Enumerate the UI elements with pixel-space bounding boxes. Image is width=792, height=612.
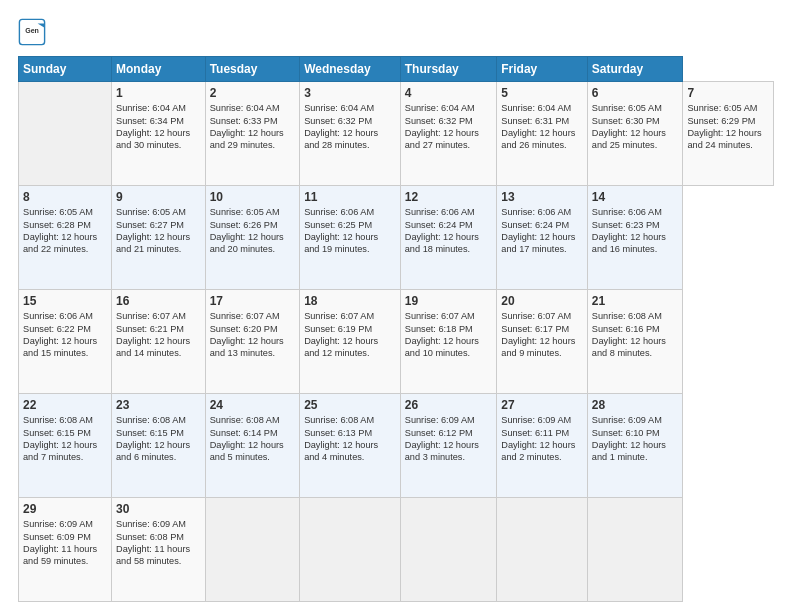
daylight: Daylight: 12 hours and 5 minutes.	[210, 440, 284, 462]
sunset: Sunset: 6:16 PM	[592, 324, 660, 334]
daylight: Daylight: 12 hours and 19 minutes.	[304, 232, 378, 254]
sunrise: Sunrise: 6:08 AM	[304, 415, 374, 425]
daylight: Daylight: 12 hours and 18 minutes.	[405, 232, 479, 254]
sunset: Sunset: 6:13 PM	[304, 428, 372, 438]
sunset: Sunset: 6:34 PM	[116, 116, 184, 126]
sunrise: Sunrise: 6:06 AM	[501, 207, 571, 217]
day-number: 25	[304, 397, 396, 413]
header-day: Saturday	[587, 57, 683, 82]
calendar-cell: 26Sunrise: 6:09 AMSunset: 6:12 PMDayligh…	[400, 394, 497, 498]
day-number: 23	[116, 397, 201, 413]
day-number: 4	[405, 85, 493, 101]
day-number: 28	[592, 397, 679, 413]
calendar-cell: 25Sunrise: 6:08 AMSunset: 6:13 PMDayligh…	[300, 394, 401, 498]
day-number: 8	[23, 189, 107, 205]
sunset: Sunset: 6:32 PM	[304, 116, 372, 126]
header-day: Sunday	[19, 57, 112, 82]
sunset: Sunset: 6:15 PM	[116, 428, 184, 438]
day-number: 17	[210, 293, 295, 309]
calendar-cell	[587, 498, 683, 602]
sunset: Sunset: 6:30 PM	[592, 116, 660, 126]
day-number: 12	[405, 189, 493, 205]
day-number: 24	[210, 397, 295, 413]
sunset: Sunset: 6:31 PM	[501, 116, 569, 126]
sunrise: Sunrise: 6:09 AM	[501, 415, 571, 425]
sunset: Sunset: 6:24 PM	[501, 220, 569, 230]
daylight: Daylight: 12 hours and 8 minutes.	[592, 336, 666, 358]
sunset: Sunset: 6:26 PM	[210, 220, 278, 230]
sunrise: Sunrise: 6:09 AM	[116, 519, 186, 529]
daylight: Daylight: 11 hours and 58 minutes.	[116, 544, 190, 566]
svg-text:Gen: Gen	[25, 27, 39, 34]
header-day: Friday	[497, 57, 588, 82]
calendar-cell: 12Sunrise: 6:06 AMSunset: 6:24 PMDayligh…	[400, 186, 497, 290]
day-number: 14	[592, 189, 679, 205]
sunset: Sunset: 6:08 PM	[116, 532, 184, 542]
day-number: 30	[116, 501, 201, 517]
calendar-cell: 20Sunrise: 6:07 AMSunset: 6:17 PMDayligh…	[497, 290, 588, 394]
calendar-body: 1Sunrise: 6:04 AMSunset: 6:34 PMDaylight…	[19, 82, 774, 602]
sunset: Sunset: 6:20 PM	[210, 324, 278, 334]
daylight: Daylight: 12 hours and 17 minutes.	[501, 232, 575, 254]
header-day: Wednesday	[300, 57, 401, 82]
sunrise: Sunrise: 6:09 AM	[23, 519, 93, 529]
sunset: Sunset: 6:15 PM	[23, 428, 91, 438]
sunrise: Sunrise: 6:07 AM	[210, 311, 280, 321]
sunset: Sunset: 6:17 PM	[501, 324, 569, 334]
calendar-week: 22Sunrise: 6:08 AMSunset: 6:15 PMDayligh…	[19, 394, 774, 498]
daylight: Daylight: 12 hours and 24 minutes.	[687, 128, 761, 150]
calendar-cell: 1Sunrise: 6:04 AMSunset: 6:34 PMDaylight…	[112, 82, 206, 186]
day-number: 9	[116, 189, 201, 205]
calendar-cell: 2Sunrise: 6:04 AMSunset: 6:33 PMDaylight…	[205, 82, 299, 186]
day-number: 27	[501, 397, 583, 413]
calendar-cell: 3Sunrise: 6:04 AMSunset: 6:32 PMDaylight…	[300, 82, 401, 186]
header-day: Tuesday	[205, 57, 299, 82]
page: Gen SundayMondayTuesdayWednesdayThursday…	[0, 0, 792, 612]
calendar-week: 8Sunrise: 6:05 AMSunset: 6:28 PMDaylight…	[19, 186, 774, 290]
sunrise: Sunrise: 6:07 AM	[116, 311, 186, 321]
day-number: 3	[304, 85, 396, 101]
calendar-week: 29Sunrise: 6:09 AMSunset: 6:09 PMDayligh…	[19, 498, 774, 602]
calendar-cell: 16Sunrise: 6:07 AMSunset: 6:21 PMDayligh…	[112, 290, 206, 394]
sunrise: Sunrise: 6:09 AM	[592, 415, 662, 425]
daylight: Daylight: 12 hours and 2 minutes.	[501, 440, 575, 462]
calendar-cell: 21Sunrise: 6:08 AMSunset: 6:16 PMDayligh…	[587, 290, 683, 394]
calendar-cell: 17Sunrise: 6:07 AMSunset: 6:20 PMDayligh…	[205, 290, 299, 394]
daylight: Daylight: 12 hours and 29 minutes.	[210, 128, 284, 150]
sunrise: Sunrise: 6:06 AM	[405, 207, 475, 217]
day-number: 18	[304, 293, 396, 309]
daylight: Daylight: 12 hours and 28 minutes.	[304, 128, 378, 150]
daylight: Daylight: 12 hours and 26 minutes.	[501, 128, 575, 150]
daylight: Daylight: 12 hours and 1 minute.	[592, 440, 666, 462]
sunset: Sunset: 6:18 PM	[405, 324, 473, 334]
calendar-cell: 28Sunrise: 6:09 AMSunset: 6:10 PMDayligh…	[587, 394, 683, 498]
header-day: Monday	[112, 57, 206, 82]
calendar-cell	[497, 498, 588, 602]
calendar-cell: 24Sunrise: 6:08 AMSunset: 6:14 PMDayligh…	[205, 394, 299, 498]
calendar-cell: 8Sunrise: 6:05 AMSunset: 6:28 PMDaylight…	[19, 186, 112, 290]
sunset: Sunset: 6:28 PM	[23, 220, 91, 230]
calendar-cell	[300, 498, 401, 602]
sunrise: Sunrise: 6:07 AM	[405, 311, 475, 321]
daylight: Daylight: 12 hours and 12 minutes.	[304, 336, 378, 358]
sunrise: Sunrise: 6:07 AM	[304, 311, 374, 321]
calendar-cell: 9Sunrise: 6:05 AMSunset: 6:27 PMDaylight…	[112, 186, 206, 290]
calendar-week: 1Sunrise: 6:04 AMSunset: 6:34 PMDaylight…	[19, 82, 774, 186]
day-number: 21	[592, 293, 679, 309]
sunrise: Sunrise: 6:04 AM	[116, 103, 186, 113]
daylight: Daylight: 12 hours and 27 minutes.	[405, 128, 479, 150]
sunset: Sunset: 6:09 PM	[23, 532, 91, 542]
daylight: Daylight: 12 hours and 13 minutes.	[210, 336, 284, 358]
daylight: Daylight: 12 hours and 9 minutes.	[501, 336, 575, 358]
calendar-cell: 13Sunrise: 6:06 AMSunset: 6:24 PMDayligh…	[497, 186, 588, 290]
logo: Gen	[18, 18, 50, 46]
calendar-cell: 6Sunrise: 6:05 AMSunset: 6:30 PMDaylight…	[587, 82, 683, 186]
sunrise: Sunrise: 6:05 AM	[23, 207, 93, 217]
header-row: SundayMondayTuesdayWednesdayThursdayFrid…	[19, 57, 774, 82]
day-number: 15	[23, 293, 107, 309]
day-number: 7	[687, 85, 769, 101]
empty-cell	[19, 82, 112, 186]
sunset: Sunset: 6:27 PM	[116, 220, 184, 230]
daylight: Daylight: 12 hours and 21 minutes.	[116, 232, 190, 254]
sunrise: Sunrise: 6:04 AM	[304, 103, 374, 113]
